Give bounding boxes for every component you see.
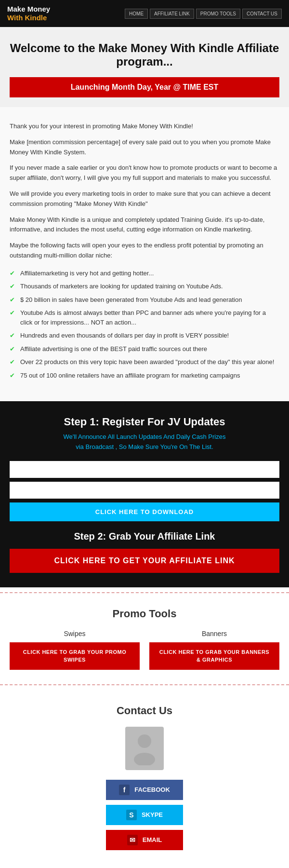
skype-label: SKYPE bbox=[142, 811, 163, 818]
email-input[interactable] bbox=[10, 482, 279, 499]
nav-promo[interactable]: PROMO TOOLS bbox=[196, 9, 240, 19]
list-item: Affiliatemarketing is very hot and getti… bbox=[10, 267, 279, 280]
contact-section: Contact Us f FACEBOOK S SKYPE ✉ EMAIL bbox=[0, 690, 289, 868]
swipes-label: Swipes bbox=[10, 630, 140, 637]
content-p2: Make [mention commission percentage] of … bbox=[10, 137, 279, 158]
avatar bbox=[125, 727, 164, 770]
list-item: 75 out of 100 online retailers have an a… bbox=[10, 369, 279, 382]
hero-title: Welcome to the Make Money With Kindle Af… bbox=[10, 41, 279, 68]
nav-affiliate[interactable]: AFFILIATE LINK bbox=[150, 9, 194, 19]
launch-bar: Launching Month Day, Year @ TIME EST bbox=[10, 77, 279, 97]
promo-section: Promo Tools Swipes CLICK HERE TO GRAB YO… bbox=[0, 592, 289, 685]
facebook-button[interactable]: f FACEBOOK bbox=[106, 780, 183, 800]
list-item: Hundreds and even thousands of dollars p… bbox=[10, 329, 279, 342]
svg-point-0 bbox=[138, 734, 151, 748]
step1-sub2: via Broadcast , So Make Sure You're On T… bbox=[10, 442, 279, 452]
logo-line2-normal: With bbox=[7, 14, 25, 22]
list-item: Youtube Ads is almost always better than… bbox=[10, 306, 279, 329]
list-item: Thousands of marketers are looking for u… bbox=[10, 280, 279, 293]
step1-title: Step 1: Register For JV Updates bbox=[10, 416, 279, 428]
list-item: Over 22 products on this very topic have… bbox=[10, 355, 279, 369]
promo-columns: Swipes CLICK HERE TO GRAB YOUR PROMO SWI… bbox=[10, 630, 279, 670]
logo-line2-accent: Kindle bbox=[25, 14, 47, 22]
facebook-label: FACEBOOK bbox=[134, 786, 170, 793]
skype-button[interactable]: S SKYPE bbox=[106, 805, 183, 825]
header: Make Money With Kindle HOME AFFILIATE LI… bbox=[0, 0, 289, 27]
list-item: Affiliate advertising is one of the BEST… bbox=[10, 342, 279, 356]
content-p6: Maybe the following facts will open your… bbox=[10, 241, 279, 261]
logo-line2: With Kindle bbox=[7, 14, 50, 22]
swipes-col: Swipes CLICK HERE TO GRAB YOUR PROMO SWI… bbox=[10, 630, 140, 670]
facebook-icon: f bbox=[119, 785, 130, 795]
step1-subtext: We'll Announce All Launch Updates And Da… bbox=[10, 432, 279, 452]
skype-icon: S bbox=[126, 810, 137, 820]
logo: Make Money With Kindle bbox=[7, 5, 50, 22]
step1-sub1: We'll Announce All Launch Updates And Da… bbox=[10, 432, 279, 442]
content-section: Thank you for your interest in promoting… bbox=[0, 107, 289, 401]
content-p5: Make Money With Kindle is a unique and c… bbox=[10, 215, 279, 235]
email-button[interactable]: ✉ EMAIL bbox=[106, 830, 183, 850]
bullet-list: Affiliatemarketing is very hot and getti… bbox=[10, 267, 279, 382]
banners-col: Banners CLICK HERE TO GRAB YOUR BANNERS … bbox=[149, 630, 279, 670]
nav-contact[interactable]: CONTACT US bbox=[242, 9, 282, 19]
banners-label: Banners bbox=[149, 630, 279, 637]
content-p3: If you never made a sale earlier or you … bbox=[10, 163, 279, 183]
list-item: $ 20 billion in sales have been generate… bbox=[10, 293, 279, 307]
step2-title: Step 2: Grab Your Affiliate Link bbox=[10, 531, 279, 542]
logo-line1: Make Money bbox=[7, 5, 50, 14]
download-button[interactable]: CLICK HERE TO DOWNLOAD bbox=[10, 502, 279, 521]
name-input[interactable] bbox=[10, 461, 279, 478]
content-p1: Thank you for your interest in promoting… bbox=[10, 122, 279, 132]
content-p4: We will provide you every marketing tool… bbox=[10, 189, 279, 209]
email-icon: ✉ bbox=[127, 835, 138, 845]
banners-button[interactable]: CLICK HERE TO GRAB YOUR BANNERS & GRAPHI… bbox=[149, 642, 279, 670]
promo-title: Promo Tools bbox=[10, 608, 279, 620]
nav-home[interactable]: HOME bbox=[125, 9, 148, 19]
dark-section: Step 1: Register For JV Updates We'll An… bbox=[0, 401, 289, 587]
svg-point-1 bbox=[134, 753, 155, 765]
hero-section: Welcome to the Make Money With Kindle Af… bbox=[0, 27, 289, 107]
contact-title: Contact Us bbox=[10, 705, 279, 717]
email-label: EMAIL bbox=[143, 836, 162, 843]
swipes-button[interactable]: CLICK HERE TO GRAB YOUR PROMO SWIPES bbox=[10, 642, 140, 670]
nav-bar: HOME AFFILIATE LINK PROMO TOOLS CONTACT … bbox=[125, 9, 282, 19]
affiliate-link-button[interactable]: CLICK HERE TO GET YOUR AFFILIATE LINK bbox=[10, 549, 279, 573]
